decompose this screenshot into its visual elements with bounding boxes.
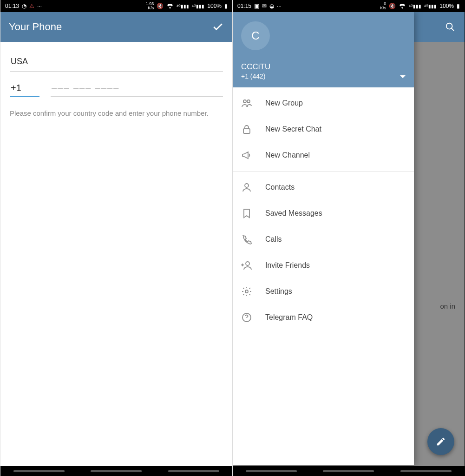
country-code-input[interactable]: +1 xyxy=(10,80,39,97)
drawer-item-settings[interactable]: Settings xyxy=(233,278,414,304)
drawer-item-label: Saved Messages xyxy=(265,209,322,218)
android-nav-bar xyxy=(233,466,465,476)
drawer-item-label: New Channel xyxy=(265,151,310,159)
drawer-item-invite-friends[interactable]: Invite Friends xyxy=(233,252,414,278)
status-icon-image: ▣ xyxy=(254,3,259,9)
avatar[interactable]: C xyxy=(241,21,270,50)
status-time: 01:13 xyxy=(5,3,19,9)
signal-icon-2: ⁴ᴳ▮▮▮ xyxy=(192,4,204,9)
mute-icon: 🔇 xyxy=(389,3,396,9)
drawer-list: New Group New Secret Chat New Channel xyxy=(233,87,414,333)
drawer-item-calls[interactable]: Calls xyxy=(233,226,414,252)
status-bar: 01:13 ◔ ⚠ ··· 1.93 K/s 🔇 ⁴ᴳ▮▮▮ ⁴ᴳ▮▮▮ 100… xyxy=(0,0,232,12)
mute-icon: 🔇 xyxy=(157,3,164,9)
status-bar: 01:15 ▣ ✉ ◒ ··· 0 K/s 🔇 ⁴ᴳ▮▮▮ ⁴ᴳ▮▮▮ 100%… xyxy=(233,0,465,12)
background-text: on in xyxy=(440,302,455,310)
svg-rect-4 xyxy=(243,129,250,133)
battery-text: 100% xyxy=(439,3,454,9)
battery-text: 100% xyxy=(207,3,222,9)
right-phone-screen: 01:15 ▣ ✉ ◒ ··· 0 K/s 🔇 ⁴ᴳ▮▮▮ ⁴ᴳ▮▮▮ 100%… xyxy=(232,0,465,476)
help-icon xyxy=(241,312,252,323)
status-icon-chat: ◒ xyxy=(269,3,274,9)
confirm-button[interactable] xyxy=(212,21,224,33)
nav-recents[interactable] xyxy=(13,470,65,472)
navigation-drawer: C CCCiTU +1 (442) New Group New Secret C… xyxy=(233,12,414,465)
megaphone-icon xyxy=(241,150,252,161)
hint-text: Please confirm your country code and ent… xyxy=(10,108,223,118)
nav-back[interactable] xyxy=(168,470,219,472)
drawer-item-label: New Secret Chat xyxy=(265,125,321,133)
nav-home[interactable] xyxy=(91,470,142,472)
user-name: CCCiTU xyxy=(241,62,406,72)
svg-line-1 xyxy=(452,28,454,31)
battery-icon: ▮ xyxy=(457,3,460,9)
page-title: Your Phone xyxy=(9,21,62,33)
svg-point-7 xyxy=(245,290,248,293)
status-icon-alert: ⚠ xyxy=(29,3,34,9)
drawer-item-label: Calls xyxy=(265,235,282,244)
lock-icon xyxy=(241,124,252,135)
country-field[interactable]: USA xyxy=(10,50,223,72)
chevron-down-icon[interactable] xyxy=(400,75,406,78)
add-person-icon xyxy=(241,260,252,271)
status-speed: 0 K/s xyxy=(380,2,386,10)
drawer-item-label: Invite Friends xyxy=(265,261,310,270)
drawer-item-new-group[interactable]: New Group xyxy=(233,90,414,116)
svg-point-3 xyxy=(247,100,250,103)
drawer-item-label: Settings xyxy=(265,287,292,296)
signal-icon: ⁴ᴳ▮▮▮ xyxy=(177,4,189,9)
status-icon-app: ◔ xyxy=(22,3,26,9)
status-icon-mail: ✉ xyxy=(262,3,267,9)
battery-icon: ▮ xyxy=(224,3,228,9)
wifi-icon xyxy=(166,3,174,9)
gear-icon xyxy=(241,286,252,297)
avatar-initial: C xyxy=(251,29,259,42)
signal-icon-2: ⁴ᴳ▮▮▮ xyxy=(424,4,437,9)
svg-point-6 xyxy=(246,262,249,265)
drawer-item-label: New Group xyxy=(265,99,303,107)
bookmark-icon xyxy=(241,208,252,219)
status-speed: 1.93 K/s xyxy=(146,2,154,10)
drawer-item-telegram-faq[interactable]: Telegram FAQ xyxy=(233,304,414,331)
person-icon xyxy=(241,182,252,193)
user-phone: +1 (442) xyxy=(241,73,406,80)
drawer-item-new-secret-chat[interactable]: New Secret Chat xyxy=(233,116,414,142)
svg-point-0 xyxy=(446,23,452,29)
status-icon-more: ··· xyxy=(37,3,42,9)
nav-recents[interactable] xyxy=(246,470,297,472)
phone-number-input[interactable]: ––– ––– –––– xyxy=(51,80,223,97)
svg-point-2 xyxy=(243,100,246,103)
phone-form: USA +1 ––– ––– –––– Please confirm your … xyxy=(0,42,232,126)
nav-home[interactable] xyxy=(323,470,374,472)
status-icon-more: ··· xyxy=(277,3,282,9)
drawer-item-label: Contacts xyxy=(265,183,295,192)
wifi-icon xyxy=(399,3,406,9)
compose-fab[interactable] xyxy=(427,428,454,455)
phone-icon xyxy=(241,234,252,245)
divider xyxy=(233,171,414,172)
drawer-item-contacts[interactable]: Contacts xyxy=(233,174,414,200)
status-time: 01:15 xyxy=(237,3,251,9)
group-icon xyxy=(241,98,252,109)
left-phone-screen: 01:13 ◔ ⚠ ··· 1.93 K/s 🔇 ⁴ᴳ▮▮▮ ⁴ᴳ▮▮▮ 100… xyxy=(0,0,232,476)
search-icon[interactable] xyxy=(445,22,455,32)
drawer-item-saved-messages[interactable]: Saved Messages xyxy=(233,200,414,226)
drawer-header[interactable]: C CCCiTU +1 (442) xyxy=(233,12,414,87)
drawer-item-label: Telegram FAQ xyxy=(265,313,313,322)
signal-icon: ⁴ᴳ▮▮▮ xyxy=(409,4,421,9)
svg-point-5 xyxy=(245,184,249,187)
nav-back[interactable] xyxy=(400,470,452,472)
android-nav-bar xyxy=(0,466,232,476)
drawer-item-new-channel[interactable]: New Channel xyxy=(233,142,414,168)
app-bar: Your Phone xyxy=(0,12,232,42)
